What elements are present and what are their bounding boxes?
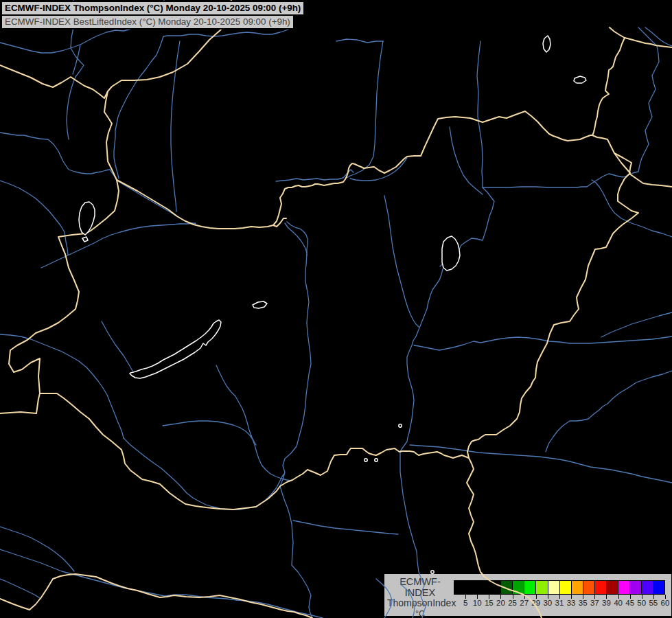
river-path [216,365,291,481]
legend-colorbar [454,580,665,595]
legend-color-box [535,580,548,595]
river-path [592,180,672,237]
legend-color-box [594,580,607,595]
legend-title-line1: ECMWF-INDEX [387,577,453,598]
country-borders-group [0,0,672,618]
legend-tick-label: 20 [496,599,505,607]
river-path [287,222,308,255]
map-title-primary: ECMWF-INDEX ThompsonIndex (°C) Monday 20… [1,1,305,16]
legend-title: ECMWF-INDEX ThompsonIndex °C [387,577,453,618]
legend-color-box [500,580,513,595]
legend-color-box [606,580,618,595]
lakes-group [79,36,586,573]
legend-panel: ECMWF-INDEX ThompsonIndex °C 51015202527… [384,574,671,616]
legend-color-box [571,580,583,595]
legend-unit-label: °C [387,609,453,618]
legend-title-line2: ThompsonIndex [387,598,453,609]
legend-tick-label: 45 [625,599,634,607]
legend-ticklabels: 51015202527293031333537394045505560 [454,599,665,610]
legend-color-box [454,580,466,595]
river-path [73,45,80,74]
legend-tick-label: 60 [661,599,670,607]
river-path [477,41,483,187]
legend-tick-label: 30 [543,599,552,607]
legend-color-box [465,580,478,595]
river-path [350,158,407,181]
river-path [0,527,74,571]
legend-color-box [618,580,630,595]
lake-balaton-outline [130,320,221,378]
river-path [0,181,68,255]
legend-tick-label: 5 [463,599,467,607]
river-path [440,187,494,266]
legend-color-box [524,580,536,595]
legend-color-box [583,580,595,595]
legend-tick-label: 10 [473,599,482,607]
legend-tick-label: 35 [579,599,588,607]
border-path [117,111,592,229]
river-path [285,223,307,253]
map-background: ECMWF-INDEX ThompsonIndex °C 51015202527… [0,0,672,618]
river-path [414,336,672,350]
legend-color-box [653,580,665,595]
lake-outline [399,424,402,427]
lake-tisza-outline [442,236,460,271]
legend-tick-label: 31 [555,599,564,607]
river-path [384,196,419,327]
river-path [102,321,132,371]
border-path [467,153,638,458]
legend-color-box [512,580,524,595]
river-path [410,445,672,483]
lake-outline [82,237,88,242]
legend-tick-label: 50 [637,599,646,607]
river-path [546,371,672,452]
border-path [592,38,625,135]
border-path [273,218,286,227]
legend-color-box [477,580,489,595]
river-path [293,520,398,534]
river-path [347,41,383,178]
river-path [400,269,443,618]
legend-tick-label: 55 [649,599,658,607]
legend-tick-label: 27 [520,599,529,607]
river-path [645,27,672,46]
map-title-secondary: ECMWF-INDEX BestLiftedIndex (°C) Monday … [1,14,294,30]
legend-color-box [641,580,653,595]
lake-outline [375,459,378,461]
rivers-group [0,0,672,618]
lake-outline [574,76,586,83]
border-path [0,393,40,413]
river-path [601,312,672,337]
border-path [592,135,672,187]
legend-color-box [548,580,560,595]
river-path [163,421,256,445]
legend-tick-label: 33 [567,599,576,607]
river-path [41,223,196,268]
river-path [118,181,196,224]
river-path [483,27,659,187]
legend-color-box [559,580,572,595]
legend-color-box [489,580,501,595]
river-path [276,170,354,181]
river-path [0,579,41,599]
lake-outline [364,459,367,461]
legend-tick-label: 29 [531,599,540,607]
river-path [163,30,288,36]
legend-tick-label: 39 [602,599,611,607]
map-canvas [0,0,672,618]
legend-tick-label: 25 [508,599,517,607]
border-path [0,574,312,618]
river-path [0,334,124,438]
title-bars: ECMWF-INDEX ThompsonIndex (°C) Monday 20… [1,1,305,30]
border-path [9,180,119,393]
lake-outline [543,36,551,52]
river-path [450,127,483,194]
river-path [114,36,163,179]
border-path [610,27,672,47]
river-path [0,133,117,180]
river-path [0,549,323,618]
lake-velence-outline [253,301,267,308]
legend-tick-label: 40 [614,599,623,607]
river-path [124,438,284,510]
river-path [336,39,383,43]
